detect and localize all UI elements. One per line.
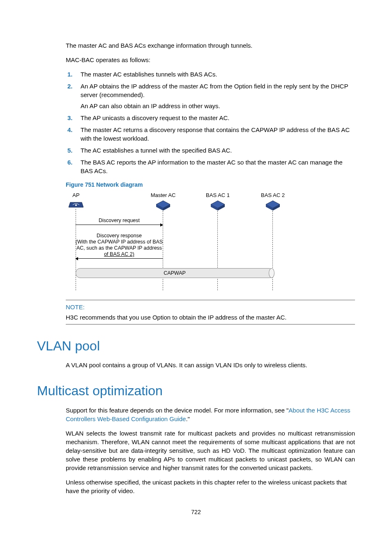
diagram-node-master-ac: Master AC <box>147 192 180 213</box>
page-number: 722 <box>0 508 392 517</box>
svg-point-1 <box>75 204 77 206</box>
note-rule-bottom <box>66 324 355 324</box>
note-rule-top <box>66 300 355 300</box>
step-text: An AP obtains the IP address of the mast… <box>81 83 348 98</box>
step-item: The AP unicasts a discovery request to t… <box>79 114 355 122</box>
vlan-body: A VLAN pool contains a group of VLANs. I… <box>66 361 355 369</box>
multicast-p2: WLAN selects the lowest transmit rate fo… <box>66 429 355 472</box>
arrow-icon <box>76 258 163 259</box>
text-fragment: ." <box>186 415 190 422</box>
multicast-p1: Support for this feature depends on the … <box>66 406 355 423</box>
note-body: H3C recommends that you use Option to ob… <box>66 313 355 322</box>
diagram-label: of BAS AC 2) <box>70 251 168 257</box>
step-item: The master AC returns a discovery respon… <box>79 125 355 143</box>
step-text: The BAS AC reports the AP information to… <box>81 159 343 174</box>
diagram-label-group: Discovery response (With the CAPWAP IP a… <box>70 233 168 257</box>
diagram-node-ap: AP <box>60 192 92 212</box>
ac-icon <box>210 200 226 213</box>
note-title: NOTE: <box>66 303 355 311</box>
heading-vlan-pool: VLAN pool <box>37 337 355 355</box>
capwap-end-icon <box>269 268 274 278</box>
step-item: The BAS AC reports the AP information to… <box>79 158 355 175</box>
node-label: BAS AC 1 <box>201 192 234 199</box>
multicast-p3: Unless otherwise specified, the unicast … <box>66 478 355 495</box>
step-item: The AC establishes a tunnel with the spe… <box>79 146 355 155</box>
heading-multicast-optimization: Multicast optimization <box>37 382 355 400</box>
step-text: The master AC returns a discovery respon… <box>81 126 350 142</box>
diagram-label: Discovery response <box>70 233 168 239</box>
diagram-label: AC, such as the CAPWAP IP address <box>70 245 168 251</box>
intro-paragraph-2: MAC-BAC operates as follows: <box>66 56 355 64</box>
steps-list: The master AC establishes tunnels with B… <box>66 70 355 175</box>
ap-icon <box>69 200 83 212</box>
diagram-node-bas-ac-2: BAS AC 2 <box>256 192 289 213</box>
node-label: BAS AC 2 <box>256 192 289 199</box>
capwap-tunnel: CAPWAP <box>76 268 274 278</box>
step-text: The AP unicasts a discovery request to t… <box>81 114 229 121</box>
lifeline <box>272 209 273 290</box>
ac-icon <box>265 200 281 213</box>
step-text: The master AC establishes tunnels with B… <box>81 71 217 78</box>
arrow-icon <box>76 225 163 225</box>
capwap-label: CAPWAP <box>164 270 186 276</box>
diagram-label: (With the CAPWAP IP address of BAS <box>70 239 168 245</box>
diagram-label: Discovery request <box>76 217 163 225</box>
network-diagram: AP Master AC BAS AC 1 BAS AC 2 <box>66 192 296 292</box>
step-item: The master AC establishes tunnels with B… <box>79 70 355 79</box>
ac-icon <box>155 200 171 213</box>
step-item: An AP obtains the IP address of the mast… <box>79 82 355 110</box>
step-subtext: An AP can also obtain an IP address in o… <box>81 102 355 110</box>
document-page: The master AC and BAS ACs exchange infor… <box>0 0 392 533</box>
node-label: AP <box>60 192 92 199</box>
intro-paragraph-1: The master AC and BAS ACs exchange infor… <box>66 41 355 50</box>
node-label: Master AC <box>147 192 180 199</box>
figure-caption: Figure 751 Network diagram <box>66 181 355 189</box>
text-fragment: Support for this feature depends on the … <box>66 407 288 414</box>
diagram-node-bas-ac-1: BAS AC 1 <box>201 192 234 213</box>
lifeline <box>217 209 218 290</box>
step-text: The AC establishes a tunnel with the spe… <box>81 147 232 154</box>
